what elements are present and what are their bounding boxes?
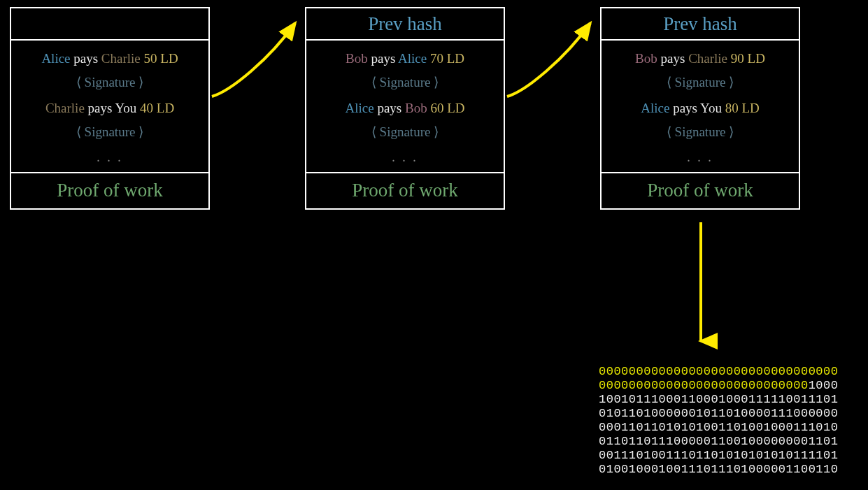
pays-word: pays bbox=[73, 51, 98, 66]
ellipsis: . . . bbox=[607, 148, 793, 166]
proof-of-work-label: Proof of work bbox=[306, 173, 504, 208]
block-header bbox=[11, 8, 208, 41]
amount: 40 LD bbox=[140, 101, 174, 115]
payee: Alice bbox=[398, 51, 427, 66]
block-body: Bob pays Alice 70 LD ⟨ Signature ⟩ Alice… bbox=[306, 41, 504, 173]
block-3: Prev hash Bob pays Charlie 90 LD ⟨ Signa… bbox=[600, 7, 800, 210]
hash-output: 00000000000000000000000000000000 0000000… bbox=[599, 365, 838, 477]
transaction-line: Bob pays Charlie 90 LD bbox=[607, 49, 793, 69]
payer: Charlie bbox=[45, 101, 85, 115]
arrow-block3-to-hash bbox=[692, 222, 713, 355]
ellipsis: . . . bbox=[312, 148, 498, 166]
amount: 90 LD bbox=[731, 51, 765, 66]
arrow-block2-to-block3 bbox=[505, 7, 603, 105]
payee: You bbox=[700, 101, 722, 115]
transaction-line: Alice pays You 80 LD bbox=[607, 99, 793, 118]
signature-label: ⟨ Signature ⟩ bbox=[17, 73, 203, 92]
payee: Bob bbox=[405, 101, 427, 115]
signature-label: ⟨ Signature ⟩ bbox=[607, 122, 793, 142]
transaction-line: Bob pays Alice 70 LD bbox=[312, 49, 498, 69]
payee: Charlie bbox=[101, 51, 141, 66]
pays-word: pays bbox=[661, 51, 685, 66]
block-2: Prev hash Bob pays Alice 70 LD ⟨ Signatu… bbox=[305, 7, 505, 210]
payer: Bob bbox=[635, 51, 657, 66]
hash-remainder: 1000 10010111000110001000111110011101 01… bbox=[599, 379, 838, 476]
pays-word: pays bbox=[88, 101, 113, 115]
hash-leading-zeros: 00000000000000000000000000000000 0000000… bbox=[599, 365, 838, 392]
payer: Alice bbox=[41, 51, 70, 66]
transaction-line: Alice pays Charlie 50 LD bbox=[17, 49, 203, 69]
payer: Bob bbox=[346, 51, 368, 66]
pays-word: pays bbox=[377, 101, 401, 115]
block-body: Alice pays Charlie 50 LD ⟨ Signature ⟩ C… bbox=[11, 41, 208, 173]
block-header: Prev hash bbox=[602, 8, 799, 41]
transaction-line: Charlie pays You 40 LD bbox=[17, 99, 203, 118]
amount: 70 LD bbox=[430, 51, 464, 66]
signature-label: ⟨ Signature ⟩ bbox=[312, 73, 498, 92]
proof-of-work-label: Proof of work bbox=[602, 173, 799, 208]
amount: 80 LD bbox=[725, 101, 760, 115]
signature-label: ⟨ Signature ⟩ bbox=[312, 122, 498, 142]
pays-word: pays bbox=[371, 51, 395, 66]
payer: Alice bbox=[346, 101, 374, 115]
payee: You bbox=[115, 101, 136, 115]
pays-word: pays bbox=[673, 101, 697, 115]
payer: Alice bbox=[641, 101, 669, 115]
amount: 60 LD bbox=[430, 101, 464, 115]
block-header: Prev hash bbox=[306, 8, 504, 41]
proof-of-work-label: Proof of work bbox=[11, 173, 208, 208]
arrow-block1-to-block2 bbox=[210, 7, 308, 105]
transaction-line: Alice pays Bob 60 LD bbox=[312, 99, 498, 118]
ellipsis: . . . bbox=[17, 148, 203, 166]
block-body: Bob pays Charlie 90 LD ⟨ Signature ⟩ Ali… bbox=[602, 41, 799, 173]
signature-label: ⟨ Signature ⟩ bbox=[17, 122, 203, 142]
block-1: Alice pays Charlie 50 LD ⟨ Signature ⟩ C… bbox=[10, 7, 210, 210]
signature-label: ⟨ Signature ⟩ bbox=[607, 73, 793, 92]
payee: Charlie bbox=[688, 51, 727, 66]
amount: 50 LD bbox=[144, 51, 178, 66]
